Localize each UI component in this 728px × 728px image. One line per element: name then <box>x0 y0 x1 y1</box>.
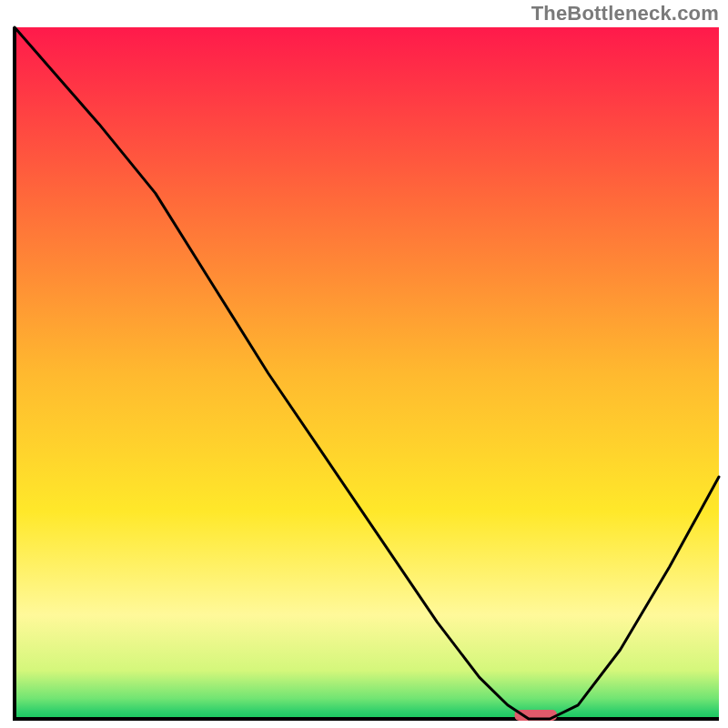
gradient-plot-bg <box>15 27 719 719</box>
bottleneck-chart <box>0 0 728 728</box>
watermark-text: TheBottleneck.com <box>531 2 719 25</box>
chart-container: TheBottleneck.com <box>0 0 728 728</box>
